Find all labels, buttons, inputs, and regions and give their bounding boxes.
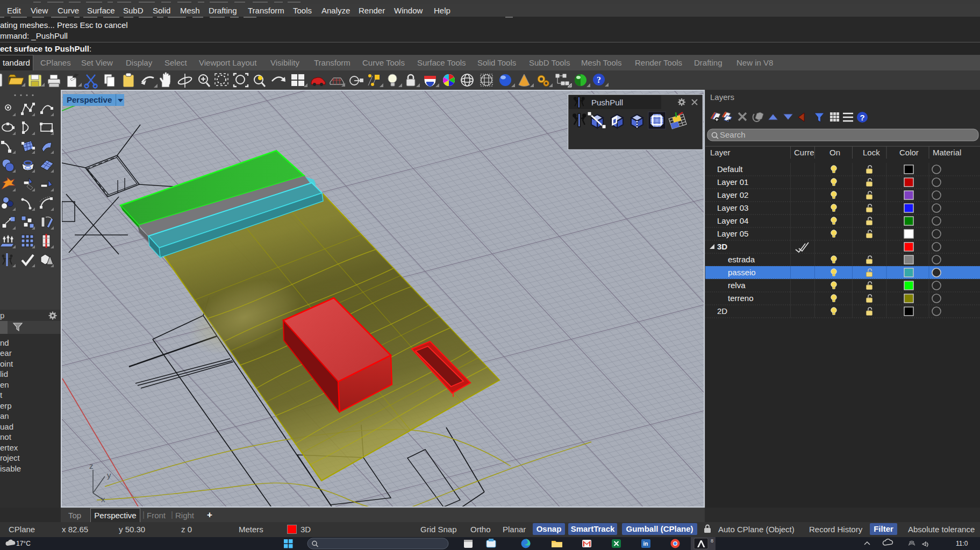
svg-text:Lock: Lock: [863, 148, 880, 157]
svg-text:Layer 02: Layer 02: [717, 190, 748, 199]
svg-text:y: y: [107, 470, 111, 480]
svg-text:On: On: [829, 148, 840, 157]
svg-text:Layer: Layer: [710, 148, 731, 157]
svg-text:passeio: passeio: [728, 268, 756, 277]
svg-text:8: 8: [711, 538, 713, 544]
svg-text:Layer 01: Layer 01: [717, 177, 748, 187]
svg-text:Default: Default: [717, 165, 743, 174]
svg-text:?: ?: [597, 75, 601, 84]
svg-text:?: ?: [860, 113, 864, 122]
svg-text:Layer 03: Layer 03: [717, 203, 748, 212]
svg-text:Search: Search: [720, 130, 746, 139]
svg-text:estrada: estrada: [728, 255, 755, 264]
svg-text:Curre: Curre: [794, 148, 814, 157]
svg-text:11:0: 11:0: [956, 540, 968, 547]
svg-text:17°C: 17°C: [16, 540, 31, 547]
svg-text:z: z: [89, 461, 94, 470]
svg-text:Color: Color: [899, 148, 919, 157]
svg-text:Layer 04: Layer 04: [717, 216, 748, 225]
svg-text:PushPull: PushPull: [591, 98, 623, 107]
svg-text:Layers: Layers: [710, 92, 734, 102]
svg-text:Material: Material: [933, 148, 961, 157]
svg-text:3D: 3D: [717, 242, 727, 251]
svg-text:2D: 2D: [717, 306, 727, 316]
svg-text:terreno: terreno: [728, 294, 754, 303]
svg-text:relva: relva: [728, 281, 746, 290]
svg-text:x: x: [101, 495, 105, 504]
svg-text:in: in: [643, 541, 648, 547]
svg-text:Layer 05: Layer 05: [717, 229, 748, 238]
